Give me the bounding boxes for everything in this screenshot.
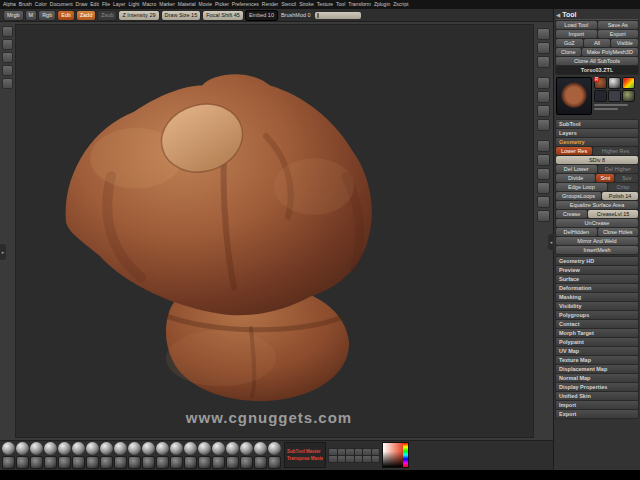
quick-pick-thumbnail[interactable] [608, 77, 621, 89]
material-sphere-thumbnail[interactable] [86, 442, 99, 455]
quick-pick-thumbnail[interactable]: R [594, 77, 607, 89]
goz-button[interactable]: GoZ [556, 39, 583, 47]
quick-pick-thumbnail[interactable] [608, 90, 621, 102]
menu-item[interactable]: File [102, 0, 110, 9]
groups-loops-button[interactable]: GroupsLoops [556, 192, 601, 200]
tool-thumbnail[interactable] [44, 456, 57, 469]
section-collapsed[interactable]: Normal Map [556, 374, 638, 382]
embed-slider[interactable]: Embed 10 [246, 11, 277, 20]
menu-item[interactable]: Transform [348, 0, 371, 9]
goz-all-button[interactable]: All [584, 39, 611, 47]
material-sphere-thumbnail[interactable] [44, 442, 57, 455]
menu-item[interactable]: Layer [113, 0, 126, 9]
section-collapsed[interactable]: Visibility [556, 302, 638, 310]
left-shelf-icon[interactable] [2, 65, 13, 76]
quick-pick-thumbnail[interactable] [594, 90, 607, 102]
quick-pick-thumbnail[interactable] [622, 77, 635, 89]
menu-item[interactable]: Zscript [393, 0, 408, 9]
material-sphere-thumbnail[interactable] [268, 442, 281, 455]
lower-res-button[interactable]: Lower Res [556, 147, 592, 155]
close-holes-button[interactable]: Close Holes [598, 228, 639, 236]
tool-thumbnail[interactable] [72, 456, 85, 469]
menu-item[interactable]: Edit [90, 0, 99, 9]
mini-button[interactable] [338, 456, 346, 462]
del-lower-button[interactable]: Del Lower [556, 165, 597, 173]
material-sphere-thumbnail[interactable] [212, 442, 225, 455]
tool-thumbnail[interactable] [114, 456, 127, 469]
menu-item[interactable]: Preferences [232, 0, 259, 9]
quick-pick-thumbnail[interactable] [622, 90, 635, 102]
section-collapsed[interactable]: Displacement Map [556, 365, 638, 373]
right-shelf-icon[interactable] [537, 77, 550, 89]
slider-thumb[interactable] [317, 13, 319, 18]
menu-item[interactable]: Color [35, 0, 47, 9]
section-geometry[interactable]: Geometry [556, 138, 638, 146]
tool-thumbnail[interactable] [2, 456, 15, 469]
mini-button[interactable] [363, 449, 371, 455]
suv-toggle[interactable]: Suv [615, 174, 638, 182]
tool-thumbnail[interactable] [100, 456, 113, 469]
menu-item[interactable]: Marker [159, 0, 175, 9]
import-button[interactable]: Import [556, 30, 597, 38]
menu-item[interactable]: Movie [199, 0, 212, 9]
material-sphere-thumbnail[interactable] [100, 442, 113, 455]
material-sphere-thumbnail[interactable] [254, 442, 267, 455]
higher-res-button[interactable]: Higher Res [593, 147, 638, 155]
smt-toggle[interactable]: Smt [596, 174, 614, 182]
zadd-button[interactable]: Zadd [77, 11, 96, 20]
section-collapsed[interactable]: Texture Map [556, 356, 638, 364]
make-polymesh3d-button[interactable]: Make PolyMesh3D [582, 48, 638, 56]
tool-thumbnail[interactable] [226, 456, 239, 469]
material-sphere-thumbnail[interactable] [30, 442, 43, 455]
zsub-button[interactable]: Zsub [98, 11, 116, 20]
tool-thumbnail[interactable] [268, 456, 281, 469]
section-collapsed[interactable]: Contact [556, 320, 638, 328]
left-shelf-icon[interactable] [2, 39, 13, 50]
material-sphere-thumbnail[interactable] [198, 442, 211, 455]
color-picker-hue-strip[interactable] [403, 443, 408, 467]
menu-item[interactable]: Render [262, 0, 278, 9]
plugin-button[interactable]: SubTool Master [287, 449, 323, 454]
equalize-surface-area-button[interactable]: Equalize Surface Area [556, 201, 638, 209]
sdiv-slider[interactable]: SDiv 8 [556, 156, 638, 164]
menu-item[interactable]: Picker [215, 0, 229, 9]
material-sphere-thumbnail[interactable] [226, 442, 239, 455]
uncrease-button[interactable]: UnCrease [556, 219, 638, 227]
section-collapsed[interactable]: Unified Skin [556, 392, 638, 400]
section-collapsed[interactable]: Polypaint [556, 338, 638, 346]
del-hidden-button[interactable]: DelHidden [556, 228, 597, 236]
polish-slider[interactable]: Polish 14 [602, 192, 638, 200]
z-intensity-slider[interactable]: Z Intensity 29 [119, 11, 158, 20]
material-sphere-thumbnail[interactable] [16, 442, 29, 455]
clone-all-subtools-button[interactable]: Clone All SubTools [556, 57, 638, 65]
active-tool-thumbnail[interactable] [556, 77, 592, 115]
sculpt-model[interactable]: www.cgnuggets.com [16, 25, 533, 437]
section-collapsed[interactable]: Display Properties [556, 383, 638, 391]
menu-item[interactable]: Stencil [281, 0, 296, 9]
tool-thumbnail[interactable] [240, 456, 253, 469]
section-collapsed[interactable]: Deformation [556, 284, 638, 292]
material-sphere-thumbnail[interactable] [156, 442, 169, 455]
menu-item[interactable]: Zplugin [374, 0, 390, 9]
tool-thumbnail[interactable] [170, 456, 183, 469]
tool-thumbnail[interactable] [212, 456, 225, 469]
focal-shift-slider[interactable]: Focal Shift 45 [203, 11, 243, 20]
crisp-toggle[interactable]: Crisp [608, 183, 638, 191]
tool-thumbnail[interactable] [142, 456, 155, 469]
section-collapsed[interactable]: Import [556, 401, 638, 409]
menu-item[interactable]: Tool [336, 0, 345, 9]
rgb-button[interactable]: Rgb [39, 11, 55, 20]
mini-button[interactable] [346, 456, 354, 462]
right-shelf-icon[interactable] [537, 140, 550, 152]
section-layers[interactable]: Layers [556, 129, 638, 137]
section-collapsed[interactable]: Morph Target [556, 329, 638, 337]
mini-button[interactable] [355, 449, 363, 455]
material-sphere-thumbnail[interactable] [72, 442, 85, 455]
right-shelf-icon[interactable] [537, 56, 550, 68]
material-sphere-thumbnail[interactable] [170, 442, 183, 455]
export-button[interactable]: Export [598, 30, 639, 38]
menu-item[interactable]: Document [50, 0, 73, 9]
mrgb-button[interactable]: Mrgb [4, 11, 23, 20]
tool-thumbnail[interactable] [198, 456, 211, 469]
color-picker-field[interactable] [383, 443, 403, 467]
